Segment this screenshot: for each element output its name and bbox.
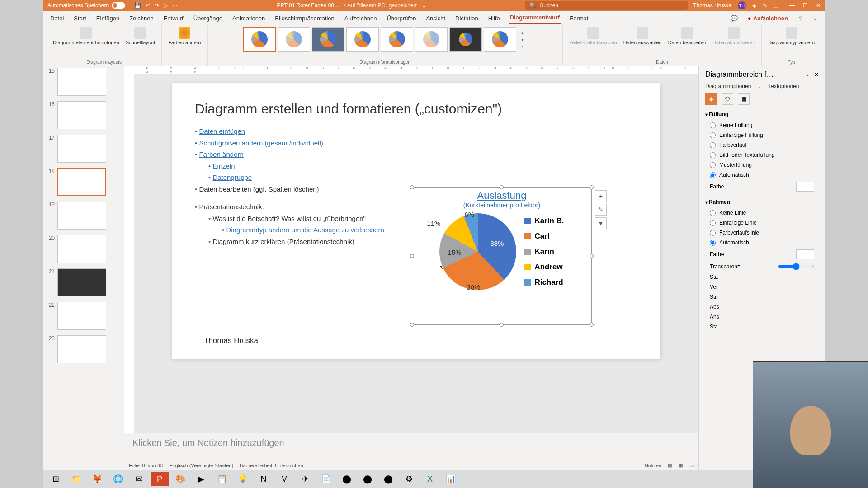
powerpoint-icon[interactable]: P — [151, 472, 169, 486]
normal-view-icon[interactable]: ▦ — [668, 462, 672, 468]
edit-data-button[interactable]: Daten bearbeiten — [665, 25, 709, 47]
chart-object[interactable]: + ✎ ▼ Auslastung (Kursteilnehmer pro Lek… — [412, 187, 592, 325]
chart-elements-button[interactable]: + — [595, 190, 607, 202]
change-chart-type-button[interactable]: Diagrammtyp ändern — [765, 25, 817, 47]
start-button[interactable]: ⊞ — [47, 472, 65, 486]
pie-chart[interactable]: 38% 30% 15% 11% 6% — [439, 213, 516, 290]
chevron-down-icon[interactable]: ⌄ — [421, 2, 426, 9]
telegram-icon[interactable]: ✈ — [296, 472, 314, 486]
tab-hilfe[interactable]: Hilfe — [487, 13, 501, 24]
diamond-icon[interactable]: ◈ — [752, 2, 756, 9]
tab-einfuegen[interactable]: Einfügen — [95, 13, 120, 24]
thumb-19[interactable] — [57, 202, 106, 230]
select-data-button[interactable]: Daten auswählen — [621, 25, 665, 47]
record-button[interactable]: Aufzeichnen — [747, 13, 789, 24]
tab-ueberpruefen[interactable]: Überprüfen — [386, 13, 417, 24]
app-icon[interactable]: ⬤ — [379, 472, 397, 486]
settings-icon[interactable]: ⚙ — [400, 472, 418, 486]
onenote-icon[interactable]: N — [255, 472, 273, 486]
add-chart-element-button[interactable]: Diagrammelement hinzufügen — [50, 25, 122, 47]
bullet-link[interactable]: Schriftgrößen ändern (gesamt/individuell… — [199, 139, 323, 147]
slide-title[interactable]: Diagramm erstellen und formatieren („cus… — [195, 101, 638, 117]
bullet-link[interactable]: Diagrammtyp ändern um die Aussage zu ver… — [226, 226, 384, 234]
slide-counter[interactable]: Folie 18 von 33 — [129, 463, 163, 468]
comments-icon[interactable]: 💬 — [730, 13, 739, 24]
pen-icon[interactable]: ✎ — [763, 2, 767, 9]
pattern-fill-option[interactable]: Musterfüllung — [705, 160, 819, 170]
tab-zeichnen[interactable]: Zeichnen — [128, 13, 154, 24]
border-section[interactable]: Rahmen — [705, 196, 819, 208]
app-icon[interactable]: V — [275, 472, 293, 486]
thumb-22[interactable] — [57, 302, 106, 330]
tab-datei[interactable]: Datei — [49, 13, 65, 24]
thumb-17[interactable] — [57, 135, 106, 163]
window-icon[interactable]: ▢ — [774, 2, 778, 9]
chart-filters-button[interactable]: ▼ — [595, 217, 607, 229]
document-name[interactable]: PPT 01 Roter Faden 00… — [277, 2, 340, 9]
line-color-picker[interactable] — [796, 249, 814, 259]
tab-diagramm-optionen[interactable]: Diagrammoptionen — [705, 83, 751, 89]
thumb-18[interactable] — [57, 168, 106, 196]
chart-legend[interactable]: Karin B. Carl Karin Andrew Richard — [524, 216, 564, 287]
chart-subtitle[interactable]: (Kursteilnehmer pro Lektor) — [412, 202, 591, 209]
app-icon[interactable]: ⬤ — [359, 472, 377, 486]
saved-location[interactable]: • Auf "diesem PC" gespeichert — [344, 2, 417, 9]
app-icon[interactable]: 💡 — [234, 472, 252, 486]
chrome-icon[interactable]: 🌐 — [109, 472, 127, 486]
solid-line-option[interactable]: Einfarbige Linie — [705, 218, 819, 228]
tab-bildschirm[interactable]: Bildschirmpräsentation — [274, 13, 335, 24]
vlc-icon[interactable]: ▶ — [192, 472, 210, 486]
app-icon[interactable]: 📄 — [317, 472, 335, 486]
tab-text-optionen[interactable]: Textoptionen — [768, 83, 799, 89]
auto-line-option[interactable]: Automatisch — [705, 238, 819, 248]
thumb-23[interactable] — [57, 335, 106, 363]
style-1[interactable] — [243, 27, 276, 52]
style-6[interactable] — [415, 27, 448, 52]
close-icon[interactable]: ✕ — [816, 2, 821, 9]
save-icon[interactable]: 💾 — [134, 2, 141, 9]
more-icon[interactable]: ⋯ — [172, 2, 178, 9]
no-line-option[interactable]: Keine Linie — [705, 208, 819, 218]
chevron-down-icon[interactable]: ⌄ — [812, 13, 819, 24]
notes-pane[interactable]: Klicken Sie, um Notizen hinzuzufügen — [124, 433, 698, 460]
chart-styles-button[interactable]: ✎ — [595, 204, 607, 216]
notes-toggle[interactable]: Notizen — [645, 463, 661, 468]
from-beginning-icon[interactable]: ▷ — [164, 2, 168, 9]
app-icon[interactable]: 📋 — [213, 472, 231, 486]
app-icon[interactable]: 🎨 — [171, 472, 189, 486]
sorter-view-icon[interactable]: ▦ — [679, 462, 683, 468]
fill-section[interactable]: Füllung — [705, 108, 819, 120]
outlook-icon[interactable]: ✉ — [130, 472, 148, 486]
change-colors-button[interactable]: Farben ändern — [165, 25, 203, 47]
tab-start[interactable]: Start — [73, 13, 87, 24]
fill-line-icon[interactable]: ◆ — [705, 93, 717, 105]
solid-fill-option[interactable]: Einfarbige Füllung — [705, 130, 819, 140]
tab-ansicht[interactable]: Ansicht — [425, 13, 446, 24]
style-4[interactable] — [346, 27, 379, 52]
obs-icon[interactable]: ⬤ — [338, 472, 356, 486]
resize-handle[interactable] — [410, 323, 414, 327]
style-7[interactable] — [449, 27, 482, 52]
resize-handle[interactable] — [590, 254, 594, 258]
close-pane-icon[interactable]: ✕ — [814, 71, 819, 78]
autosave-toggle[interactable]: Automatisches Speichern — [47, 2, 125, 9]
resize-handle[interactable] — [410, 254, 414, 258]
resize-handle[interactable] — [590, 185, 594, 189]
share-icon[interactable]: ⇪ — [797, 13, 804, 24]
tab-aufzeichnen[interactable]: Aufzeichnen — [344, 13, 378, 24]
tab-animationen[interactable]: Animationen — [231, 13, 266, 24]
resize-handle[interactable] — [590, 323, 594, 327]
effects-icon[interactable]: ⬠ — [722, 93, 733, 105]
undo-icon[interactable]: ↶ — [146, 2, 150, 9]
style-2[interactable] — [278, 27, 310, 52]
bullet-link[interactable]: Daten einfügen — [199, 127, 245, 135]
thumb-20[interactable] — [57, 235, 106, 263]
tab-entwurf[interactable]: Entwurf — [163, 13, 184, 24]
resize-handle[interactable] — [500, 185, 504, 189]
firefox-icon[interactable]: 🦊 — [88, 472, 106, 486]
toggle-switch[interactable] — [112, 2, 125, 9]
chevron-down-icon[interactable]: ⌄ — [805, 71, 810, 78]
avatar[interactable]: TH — [738, 1, 746, 9]
slide-thumbnails[interactable]: 15 16 17 18 19 20 21 22 23 — [43, 66, 124, 470]
picture-fill-option[interactable]: Bild- oder Texturfüllung — [705, 150, 819, 160]
